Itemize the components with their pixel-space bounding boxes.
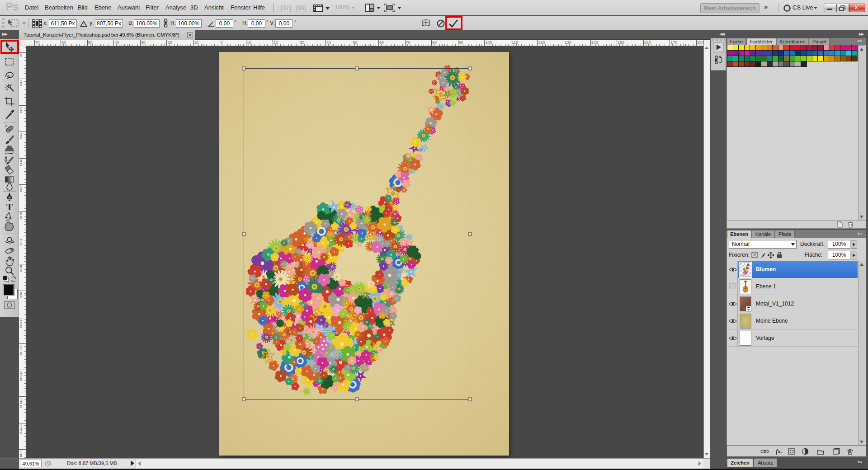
svg-text:T: T: [6, 202, 13, 212]
svg-text:fx.: fx.: [776, 448, 782, 455]
